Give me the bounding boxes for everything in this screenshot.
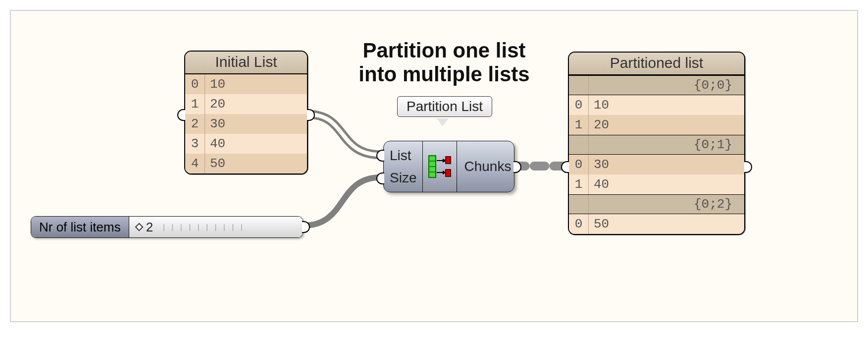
diagram-title: Partition one list into multiple lists — [338, 39, 551, 87]
tooltip-tail-icon — [437, 118, 449, 126]
output-chunks-label: Chunks — [457, 141, 518, 192]
panel-output-grip[interactable] — [307, 109, 315, 121]
partitioned-list-panel[interactable]: Partitioned list {0;0} 010 120 {0;1} 030… — [568, 52, 745, 235]
panel-input-grip[interactable] — [561, 161, 569, 173]
list-item: 050 — [569, 214, 744, 234]
list-item: 120 — [185, 94, 307, 114]
svg-rect-8 — [446, 157, 451, 164]
panel-output-grip[interactable] — [744, 161, 752, 173]
component-icon-area — [422, 141, 457, 192]
panel-title: Initial List — [185, 52, 307, 74]
panel-body: 010 120 230 340 450 — [185, 74, 307, 173]
component-chunks-grip[interactable] — [513, 161, 521, 173]
slider-output-grip[interactable] — [302, 221, 310, 233]
number-slider[interactable]: Nr of list items 2 | | | | | | | | | | — [31, 216, 303, 238]
component-tooltip: Partition List — [397, 96, 492, 117]
initial-list-panel[interactable]: Initial List 010 120 230 340 450 — [184, 51, 308, 174]
list-item: 140 — [569, 174, 744, 194]
branch-path-row: {0;2} — [569, 194, 744, 214]
branch-path-row: {0;1} — [569, 135, 744, 155]
slider-label: Nr of list items — [31, 217, 129, 237]
slider-value: 2 — [146, 220, 153, 235]
grasshopper-canvas[interactable]: Initial List 010 120 230 340 450 Partiti… — [10, 10, 858, 322]
input-size-label: Size — [390, 170, 416, 186]
component-list-grip[interactable] — [376, 150, 384, 162]
component-size-grip[interactable] — [376, 172, 384, 184]
input-list-label: List — [390, 148, 416, 164]
svg-rect-9 — [446, 170, 451, 176]
list-item: 030 — [569, 155, 744, 174]
title-line-2: into multiple lists — [358, 62, 529, 86]
list-item: 340 — [185, 134, 307, 154]
title-line-1: Partition one list — [362, 39, 525, 62]
slider-track[interactable]: 2 | | | | | | | | | | — [129, 217, 303, 237]
partition-list-component[interactable]: List Size Chunks — [383, 141, 514, 192]
branch-path-row: {0;0} — [569, 75, 744, 95]
tooltip-label: Partition List — [407, 99, 483, 114]
list-item: 120 — [569, 115, 744, 135]
list-item: 230 — [185, 114, 307, 134]
list-item: 010 — [569, 95, 744, 115]
partition-list-icon — [428, 154, 452, 179]
panel-input-grip[interactable] — [177, 109, 185, 121]
list-item: 010 — [185, 74, 307, 94]
slider-ticks: | | | | | | | | | | — [163, 223, 243, 231]
slider-handle-icon[interactable] — [135, 223, 143, 231]
panel-body: {0;0} 010 120 {0;1} 030 140 {0;2} 050 — [569, 75, 744, 234]
list-item: 450 — [185, 154, 307, 173]
panel-title: Partitioned list — [569, 53, 744, 75]
component-inputs: List Size — [384, 141, 422, 192]
